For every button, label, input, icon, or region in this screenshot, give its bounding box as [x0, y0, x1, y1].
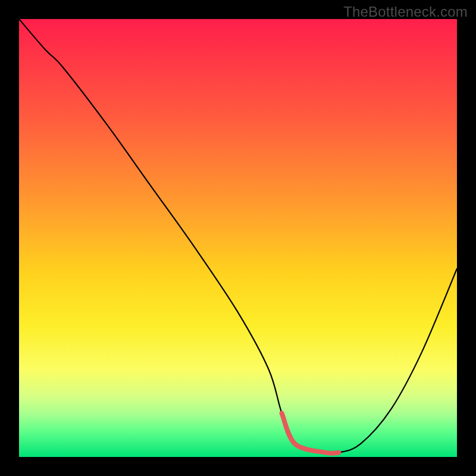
chart-frame: TheBottleneck.com — [0, 0, 476, 476]
curve-svg — [19, 19, 457, 457]
bottleneck-curve-line — [19, 19, 457, 453]
sweet-spot-accent — [282, 413, 339, 453]
watermark-text: TheBottleneck.com — [343, 4, 468, 20]
plot-area — [19, 19, 457, 457]
